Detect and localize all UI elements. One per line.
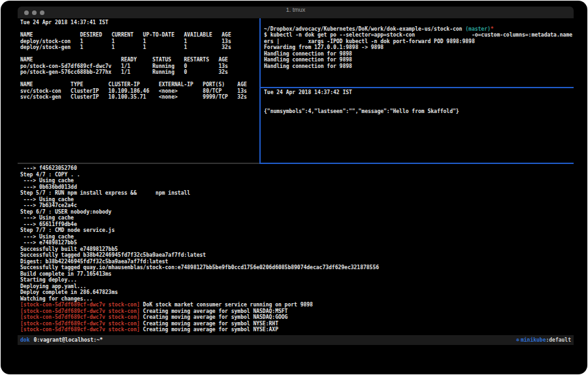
terminal-line: Forwarding from 127.0.0.1:9898 -> 9898 — [264, 44, 572, 51]
window-title: 1. tmux — [18, 7, 574, 18]
terminal-line: ---> Using cache — [20, 197, 571, 203]
terminal-line: po/stock-gen-576cc688bb-277hx 1/1 Runnin… — [20, 69, 259, 76]
terminal-line: Tue 24 Apr 2018 14:37:41 IST — [20, 20, 259, 26]
terminal-line: po/stock-con-5d7df689cf-dwc7v 1/1 Runnin… — [20, 63, 259, 70]
tmux-content-area: Tue 24 Apr 2018 14:37:41 ISTNAME DESIRED… — [18, 18, 574, 335]
terminal-line: Successfully tagged b38b42246945fd7f32c5… — [20, 252, 571, 259]
terminal-line: deploy/stock-gen 1 1 1 1 32s — [20, 44, 259, 51]
terminal-line: ---> Using cache — [20, 215, 571, 221]
terminal-line — [20, 26, 259, 33]
terminal-line: Starting deploy... — [20, 277, 571, 284]
terminal-line: Deploying app.yaml... — [20, 284, 571, 290]
terminal-line: Handling connection for 9898 — [264, 57, 572, 63]
terminal-line: Tue 24 Apr 2018 14:37:42 IST — [264, 90, 572, 96]
terminal-line — [264, 96, 572, 103]
tmux-window-label[interactable]: 0:vagrant@localhost:~* — [33, 337, 103, 343]
terminal-line: Handling connection for 9898 — [264, 51, 572, 57]
tmux-status-bar: dok 0:vagrant@localhost:~* ☸ minikube :d… — [18, 335, 574, 345]
kube-namespace: :default — [546, 337, 571, 343]
page-background: 1. tmux Tue 24 Apr 2018 14:37:41 ISTNAME… — [1, 1, 587, 374]
terminal-line: ers | xargs -IPOD kubectl -n dok port-fo… — [264, 39, 572, 45]
pane-port-forward[interactable]: ~/Dropbox/advocacy/Kubernetes/DoK/work/d… — [264, 20, 572, 87]
terminal-line — [264, 102, 572, 108]
terminal-line: Deploy complete in 286.647823ms — [20, 289, 571, 296]
terminal-line: ---> 65611ff9db4e — [20, 221, 571, 228]
terminal-line: Step 7/7 : CMD node service.js — [20, 227, 571, 234]
terminal-line: Build complete in 77.165413ms — [20, 271, 571, 278]
divider-inactive-segment — [18, 163, 259, 164]
terminal-line: Successfully tagged quay.io/mhausenblas/… — [20, 265, 571, 271]
terminal-line: NAME READY STATUS RESTARTS AGE — [20, 57, 259, 63]
pane-divider-vertical[interactable] — [259, 18, 261, 163]
terminal-line: [stock-con-5d7df689cf-dwc7v stock-con] D… — [20, 302, 571, 308]
terminal-line: deploy/stock-con 1 1 1 1 13s — [20, 39, 259, 45]
terminal-line — [20, 76, 259, 82]
terminal-line: svc/stock-con ClusterIP 10.109.186.46 <n… — [20, 88, 259, 95]
pane-kubectl-watch[interactable]: Tue 24 Apr 2018 14:37:41 ISTNAME DESIRED… — [20, 20, 259, 163]
divider-active-segment — [259, 163, 574, 164]
terminal-line: [stock-con-5d7df689cf-dwc7v stock-con] C… — [20, 321, 571, 327]
terminal-line: ---> 0b636bd013dd — [20, 184, 571, 191]
terminal-line: ---> Using cache — [20, 234, 571, 240]
terminal-line: ---> Using cache — [20, 178, 571, 184]
terminal-line: NAME TYPE CLUSTER-IP EXTERNAL-IP PORT(S)… — [20, 82, 259, 88]
terminal-line: [stock-con-5d7df689cf-dwc7v stock-con] C… — [20, 308, 571, 315]
terminal-line: Step 5/7 : RUN npm install express && np… — [20, 190, 571, 197]
terminal-line: svc/stock-gen ClusterIP 10.100.35.71 <no… — [20, 94, 259, 101]
terminal-line: ---> 7b6347ce2a4c — [20, 203, 571, 209]
pane-divider-horizontal-right[interactable] — [259, 87, 574, 88]
terminal-line — [20, 51, 259, 57]
terminal-line: NAME DESIRED CURRENT UP-TO-DATE AVAILABL… — [20, 32, 259, 39]
terminal-line: Step 4/7 : COPY . . — [20, 172, 571, 178]
terminal-line: [stock-con-5d7df689cf-dwc7v stock-con] C… — [20, 327, 571, 333]
terminal-line: Watching for changes... — [20, 296, 571, 302]
terminal-line: Successfully built e74898127bb5 — [20, 246, 571, 253]
terminal-line: Digest: b38b42246945fd7f32c5ba9aea7af7fd… — [20, 259, 571, 265]
terminal-line: Handling connection for 9898 — [264, 63, 572, 70]
terminal-line: [stock-con-5d7df689cf-dwc7v stock-con] C… — [20, 314, 571, 321]
pane-divider-horizontal-full[interactable] — [18, 163, 574, 164]
tmux-session-name[interactable]: dok — [20, 337, 29, 343]
terminal-line: ---> e74898127bb5 — [20, 240, 571, 246]
terminal-window: 1. tmux Tue 24 Apr 2018 14:37:41 ISTNAME… — [18, 7, 574, 345]
terminal-line: {"numsymbols":4,"lastseen":"","message":… — [264, 108, 572, 115]
kube-context-name: minikube — [521, 337, 546, 343]
terminal-line: ---> f45623052760 — [20, 165, 571, 172]
terminal-line: ~/Dropbox/advocacy/Kubernetes/DoK/work/d… — [264, 26, 572, 33]
terminal-line — [264, 20, 572, 26]
terminal-line: $ kubectl -n dok get po --selector=app=s… — [264, 32, 572, 39]
terminal-line: Step 6/7 : USER nobody:nobody — [20, 209, 571, 216]
kubernetes-helm-icon: ☸ — [516, 337, 519, 343]
pane-skaffold-build-log[interactable]: ---> f45623052760Step 4/7 : COPY . . ---… — [20, 165, 571, 334]
window-titlebar[interactable]: 1. tmux — [18, 7, 574, 18]
pane-curl-output[interactable]: Tue 24 Apr 2018 14:37:42 IST{"numsymbols… — [264, 90, 572, 162]
